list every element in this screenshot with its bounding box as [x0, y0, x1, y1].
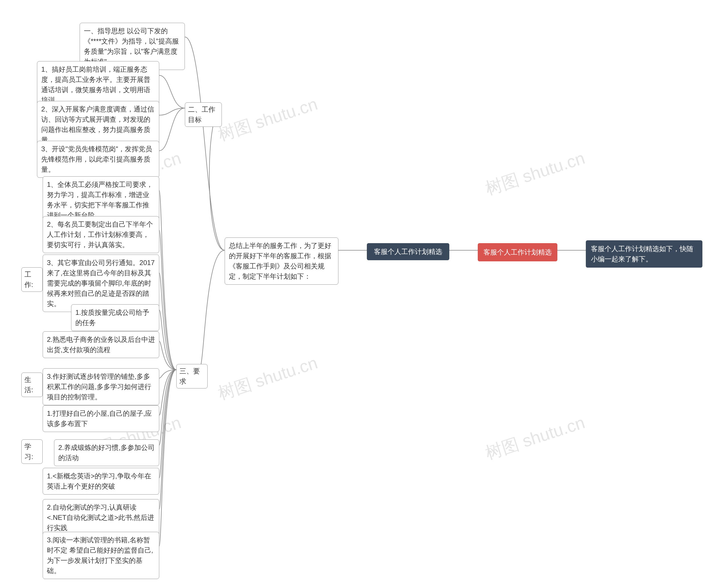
section3-item-3-text: 3、其它事宜由公司另行通知。2017来了,在这里将自己今年的目标及其需要完成的事…: [47, 259, 155, 307]
work-label: 工作:: [24, 271, 33, 288]
work-item-2-text: 2.熟悉电子商务的业务以及后台中进出货,支付款项的流程: [47, 336, 155, 354]
study-item-3[interactable]: 3.阅读一本测试管理的书籍,名称暂时不定 希望自己能好好的监督自己,为下一步发展…: [43, 532, 159, 579]
root-title: 客服个人工作计划精选: [484, 248, 552, 256]
life-item-2[interactable]: 2.养成锻炼的好习惯,多参加公司的活动: [54, 439, 159, 466]
section3-item-1-text: 1、全体员工必须严格按工司要求，努力学习，提高工作标准，增进业务水平，切实把下半…: [47, 181, 153, 219]
section2-item-3-text: 3、开设"党员先锋模范岗"，发挥党员先锋模范作用，以此牵引提高服务质量。: [41, 145, 152, 173]
study-item-2[interactable]: 2.自动化测试的学习,认真研读<.NET自动化测试之道>此书,然后进行实践: [43, 499, 159, 536]
level1-label: 客服个人工作计划精选: [374, 248, 442, 255]
section2-item-2-text: 2、深入开展客户满意度调查，通过信访、回访等方式展开调查，对发现的问题作出相应整…: [41, 105, 154, 144]
section2-node[interactable]: 二、工作目标: [185, 102, 222, 127]
section3-item-2[interactable]: 2、每名员工要制定出自己下半年个人工作计划，工作计划标准要高，要切实可行，并认真…: [43, 216, 159, 253]
life-item-1-text: 1.打理好自己的小屋,自己的屋子,应该多多布置下: [47, 409, 152, 428]
work-item-3[interactable]: 3.作好测试逐步转管理的铺垫,多多积累工作的问题,多多学习如何进行项目的控制管理…: [43, 368, 159, 405]
section3-item-3[interactable]: 3、其它事宜由公司另行通知。2017来了,在这里将自己今年的目标及其需要完成的事…: [43, 255, 159, 312]
work-item-3-text: 3.作好测试逐步转管理的铺垫,多多积累工作的问题,多多学习如何进行项目的控制管理…: [47, 373, 151, 401]
summary-node[interactable]: 总结上半年的服务工作，为了更好的开展好下半年的客服工作，根据《客服工作手则》及公…: [225, 237, 338, 285]
watermark: 树图 shutu.cn: [215, 352, 320, 405]
study-label-node[interactable]: 学习:: [21, 439, 43, 464]
summary-text: 总结上半年的服务工作，为了更好的开展好下半年的客服工作，根据《客服工作手则》及公…: [229, 242, 331, 280]
section3-item-2-text: 2、每名员工要制定出自己下半年个人工作计划，工作计划标准要高，要切实可行，并认真…: [47, 221, 153, 249]
work-item-1-text: 1.按质按量完成公司给予的任务: [75, 309, 149, 327]
work-label-node[interactable]: 工作:: [21, 267, 43, 292]
section2-item-3[interactable]: 3、开设"党员先锋模范岗"，发挥党员先锋模范作用，以此牵引提高服务质量。: [37, 141, 159, 178]
level1-node[interactable]: 客服个人工作计划精选: [367, 243, 449, 260]
work-item-2[interactable]: 2.熟悉电子商务的业务以及后台中进出货,支付款项的流程: [43, 331, 159, 358]
study-item-1[interactable]: 1.<新概念英语>的学习,争取今年在英语上有个更好的突破: [43, 468, 159, 494]
section3-node[interactable]: 三、要求: [176, 364, 208, 388]
life-item-1[interactable]: 1.打理好自己的小屋,自己的屋子,应该多多布置下: [43, 405, 159, 432]
life-item-2-text: 2.养成锻炼的好习惯,多参加公司的活动: [58, 444, 155, 462]
section2-title: 二、工作目标: [188, 105, 215, 123]
study-label: 学习:: [24, 442, 33, 460]
work-item-1[interactable]: 1.按质按量完成公司给予的任务: [71, 304, 159, 331]
watermark: 树图 shutu.cn: [482, 147, 588, 201]
section2-item-1-text: 1、搞好员工岗前培训，端正服务态度，提高员工业务水平。主要开展普通话培训，微笑服…: [41, 66, 151, 104]
intro-node[interactable]: 客服个人工作计划精选如下，快随小编一起来了解下。: [586, 240, 702, 268]
section1-text: 一、指导思想 以公司下发的《****文件》为指导，以"提高服务质量"为宗旨，以"…: [84, 27, 179, 66]
root-node[interactable]: 客服个人工作计划精选: [478, 243, 557, 261]
life-label: 生活:: [24, 376, 33, 393]
study-item-3-text: 3.阅读一本测试管理的书籍,名称暂时不定 希望自己能好好的监督自己,为下一步发展…: [47, 536, 153, 575]
study-item-1-text: 1.<新概念英语>的学习,争取今年在英语上有个更好的突破: [47, 472, 151, 490]
watermark: 树图 shutu.cn: [482, 411, 588, 465]
watermark: 树图 shutu.cn: [215, 93, 320, 147]
section3-title: 三、要求: [179, 367, 200, 385]
study-item-2-text: 2.自动化测试的学习,认真研读<.NET自动化测试之道>此书,然后进行实践: [47, 503, 154, 532]
intro-text: 客服个人工作计划精选如下，快随小编一起来了解下。: [591, 245, 693, 263]
life-label-node[interactable]: 生活:: [21, 373, 43, 397]
